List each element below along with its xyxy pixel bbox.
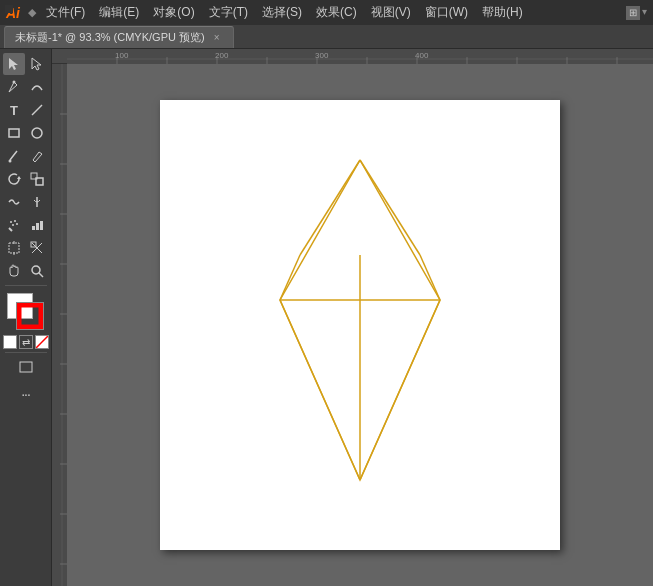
menu-help[interactable]: 帮助(H) <box>476 2 529 23</box>
window-controls: ⊞ ▾ <box>626 6 647 20</box>
tool-row-warp <box>3 191 48 213</box>
svg-rect-26 <box>20 362 32 372</box>
svg-point-13 <box>12 224 14 226</box>
menu-effect[interactable]: 效果(C) <box>310 2 363 23</box>
color-swatches <box>7 293 45 331</box>
default-colors-button[interactable] <box>3 335 17 349</box>
svg-marker-7 <box>17 176 21 179</box>
tool-row-symbol <box>3 214 48 236</box>
pencil-tool-button[interactable] <box>26 145 48 167</box>
menu-edit[interactable]: 编辑(E) <box>93 2 145 23</box>
rotate-tool-button[interactable] <box>3 168 25 190</box>
ruler-horizontal: 100 200 300 400 <box>52 49 653 64</box>
graph-tool-button[interactable] <box>26 214 48 236</box>
canvas-area: 100 200 300 400 <box>52 49 653 586</box>
svg-line-58 <box>360 160 420 255</box>
color-area: ⇄ <box>3 293 49 349</box>
toolbar-separator-1 <box>5 285 47 286</box>
tab-label: 未标题-1* @ 93.3% (CMYK/GPU 预览) <box>15 30 205 45</box>
tool-row-pen <box>3 76 48 98</box>
selection-tool-button[interactable] <box>3 53 25 75</box>
tool-row-bottom <box>15 356 37 378</box>
more-tools-area: ··· <box>15 383 37 405</box>
svg-rect-4 <box>9 129 19 137</box>
svg-line-63 <box>360 300 440 480</box>
symbol-spray-tool-button[interactable] <box>3 214 25 236</box>
main-layout: T <box>0 49 653 586</box>
panel-toggle-button[interactable]: ⊞ <box>626 6 640 20</box>
width-tool-button[interactable] <box>26 191 48 213</box>
ellipse-tool-button[interactable] <box>26 122 48 144</box>
svg-point-2 <box>13 81 16 84</box>
menu-bar: 文件(F) 编辑(E) 对象(O) 文字(T) 选择(S) 效果(C) 视图(V… <box>40 2 622 23</box>
svg-line-59 <box>280 255 300 300</box>
slice-tool-button[interactable] <box>26 237 48 259</box>
svg-rect-15 <box>32 226 35 230</box>
menu-object[interactable]: 对象(O) <box>147 2 200 23</box>
type-tool-button[interactable]: T <box>3 99 25 121</box>
scale-tool-button[interactable] <box>26 168 48 190</box>
svg-line-3 <box>32 105 42 115</box>
svg-line-25 <box>36 336 48 348</box>
curvature-tool-button[interactable] <box>26 76 48 98</box>
tab-close-button[interactable]: × <box>211 31 223 43</box>
svg-point-14 <box>16 223 18 225</box>
hand-tool-button[interactable] <box>3 260 25 282</box>
tab-bar: 未标题-1* @ 93.3% (CMYK/GPU 预览) × <box>0 25 653 49</box>
svg-point-5 <box>32 128 42 138</box>
more-tools-button[interactable]: ··· <box>15 383 37 405</box>
svg-marker-0 <box>9 58 18 70</box>
svg-line-62 <box>280 300 360 480</box>
direct-select-tool-button[interactable] <box>26 53 48 75</box>
line-tool-button[interactable] <box>26 99 48 121</box>
none-color-button[interactable] <box>35 335 49 349</box>
svg-line-60 <box>420 255 440 300</box>
menu-file[interactable]: 文件(F) <box>40 2 91 23</box>
toolbar-separator-2 <box>5 352 47 353</box>
rectangle-tool-button[interactable] <box>3 122 25 144</box>
svg-line-57 <box>300 160 360 255</box>
svg-text:400: 400 <box>415 51 429 60</box>
tool-row-brush <box>3 145 48 167</box>
svg-rect-44 <box>52 64 67 586</box>
toolbar: T <box>0 49 52 586</box>
svg-rect-17 <box>40 221 43 230</box>
tool-row-artboard <box>3 237 48 259</box>
tool-row-hand <box>3 260 48 282</box>
title-bar: Ai ◆ 文件(F) 编辑(E) 对象(O) 文字(T) 选择(S) 效果(C)… <box>0 0 653 25</box>
warp-tool-button[interactable] <box>3 191 25 213</box>
menu-select[interactable]: 选择(S) <box>256 2 308 23</box>
swatch-controls: ⇄ <box>3 335 49 349</box>
tool-row-type: T <box>3 99 48 121</box>
tool-row-shapes <box>3 122 48 144</box>
svg-rect-18 <box>9 243 19 253</box>
svg-text:200: 200 <box>215 51 229 60</box>
artboard <box>160 100 560 550</box>
svg-rect-27 <box>67 49 653 64</box>
pen-tool-button[interactable] <box>3 76 25 98</box>
svg-point-11 <box>10 221 12 223</box>
paintbrush-tool-button[interactable] <box>3 145 25 167</box>
swap-colors-button[interactable]: ⇄ <box>19 335 33 349</box>
decorative-icon: ◆ <box>28 6 36 19</box>
stroke-swatch[interactable] <box>17 303 43 329</box>
tool-row-transform <box>3 168 48 190</box>
menu-window[interactable]: 窗口(W) <box>419 2 474 23</box>
artboard-tool-button[interactable] <box>3 237 25 259</box>
menu-type[interactable]: 文字(T) <box>203 2 254 23</box>
canvas-content <box>67 64 653 586</box>
diamond-artwork <box>160 100 560 550</box>
tool-row-select <box>3 53 48 75</box>
svg-rect-16 <box>36 223 39 230</box>
svg-rect-24 <box>20 306 40 326</box>
svg-point-22 <box>32 266 40 274</box>
change-screen-mode-button[interactable] <box>15 356 37 378</box>
ruler-vertical <box>52 64 67 586</box>
menu-view[interactable]: 视图(V) <box>365 2 417 23</box>
svg-point-12 <box>14 220 16 222</box>
zoom-tool-button[interactable] <box>26 260 48 282</box>
svg-line-23 <box>39 273 43 277</box>
svg-point-6 <box>9 160 12 163</box>
svg-text:100: 100 <box>115 51 129 60</box>
document-tab[interactable]: 未标题-1* @ 93.3% (CMYK/GPU 预览) × <box>4 26 234 48</box>
